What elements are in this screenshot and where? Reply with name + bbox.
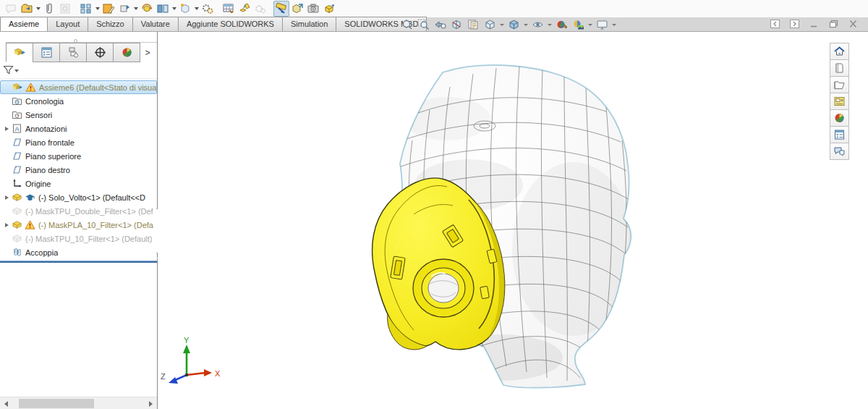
apply-scene-icon[interactable] (571, 18, 586, 31)
edit-appearance-icon[interactable] (554, 18, 569, 31)
display-style-caret[interactable] (523, 18, 529, 31)
mate-icon[interactable] (41, 1, 57, 17)
warning-icon (25, 82, 36, 93)
update-assembly-icon[interactable] (289, 1, 305, 17)
tab-schizzo[interactable]: Schizzo (88, 17, 133, 31)
tab-aggiunte-solidworks[interactable]: Aggiunte SOLIDWORKS (178, 17, 283, 31)
move-component-dropdown-caret[interactable] (132, 1, 139, 17)
scroll-left-arrow[interactable] (0, 397, 12, 409)
linear-component-pattern-icon[interactable] (78, 1, 94, 17)
tree-row-cronologia[interactable]: Cronologia (0, 94, 157, 108)
tab-layout[interactable]: Layout (47, 17, 88, 31)
feature-manager-tab[interactable] (6, 43, 33, 62)
close-button[interactable] (848, 19, 858, 28)
panel-tabs-overflow-arrow[interactable]: > (140, 43, 156, 62)
zoom-to-fit-icon[interactable] (399, 18, 414, 31)
tab-valutare[interactable]: Valutare (132, 17, 179, 31)
sensors-folder-icon (11, 109, 22, 121)
design-library-icon[interactable] (830, 59, 849, 77)
hide-show-components-icon[interactable] (177, 1, 193, 17)
collapse-pane-left-icon[interactable] (770, 19, 780, 28)
graphics-viewport[interactable]: Y X Z (158, 32, 868, 409)
plane-icon (11, 151, 22, 162)
view-orientation-caret[interactable] (499, 18, 505, 31)
display-style-icon[interactable] (506, 18, 522, 31)
view-settings-icon[interactable] (595, 18, 610, 31)
solidworks-forum-icon[interactable] (830, 143, 849, 160)
display-manager-tab[interactable] (113, 43, 140, 62)
hide-show-items-caret[interactable] (547, 18, 553, 31)
solidworks-window: Assieme Layout Schizzo Valutare Aggiunte… (0, 0, 868, 409)
3d-scene[interactable]: Y X Z (158, 32, 868, 409)
tree-row-solo-volto[interactable]: (-) Solo_Volto<1> (Default<<D (0, 190, 157, 204)
custom-properties-icon[interactable] (830, 126, 849, 143)
file-explorer-icon[interactable] (830, 76, 849, 93)
tree-row-annotazioni[interactable]: A Annotazioni (0, 122, 157, 135)
dimxpert-manager-tab[interactable] (86, 43, 114, 62)
tree-row-piano-destro[interactable]: Piano destro (0, 163, 157, 177)
linear-pattern-dropdown-caret[interactable] (94, 1, 101, 17)
tree-row-sensori[interactable]: Sensori (0, 108, 157, 122)
view-palette-icon[interactable] (830, 93, 849, 110)
bill-of-materials-icon[interactable] (221, 1, 237, 17)
restore-button[interactable] (828, 19, 838, 28)
tree-row-piano-frontale[interactable]: Piano frontale (0, 135, 157, 149)
exploded-view-icon[interactable] (237, 1, 252, 17)
isolate-icon[interactable] (321, 1, 337, 17)
tree-row-masktpu-10-filter[interactable]: (-) MaskTPU_10_Filter<1> (Default) (0, 232, 157, 245)
hide-show-items-icon[interactable] (530, 18, 545, 31)
property-manager-tab[interactable] (33, 43, 60, 62)
component-preview-window-icon[interactable] (57, 1, 73, 17)
filter-dropdown-caret[interactable] (14, 69, 19, 72)
previous-view-icon[interactable] (433, 18, 448, 31)
apply-scene-caret[interactable] (587, 18, 593, 31)
mates-icon (11, 247, 22, 258)
appearances-scenes-icon[interactable] (830, 109, 849, 127)
tree-row-assembly-root[interactable]: Assieme6 (Default<Stato di visualiz (0, 80, 157, 94)
insert-components-icon[interactable] (19, 1, 35, 17)
minimize-button[interactable] (809, 19, 819, 28)
rotate-component-icon[interactable] (139, 1, 155, 17)
take-snapshot-icon[interactable] (305, 1, 321, 17)
rollback-bar[interactable] (0, 261, 157, 263)
configuration-manager-tab[interactable] (59, 43, 87, 62)
svg-text:A: A (14, 125, 19, 132)
tree-row-masktpu-double-filter[interactable]: (-) MaskTPU_Double_Filter<1> (Def (0, 204, 157, 218)
home-icon[interactable] (830, 43, 849, 60)
feature-tree: Assieme6 (Default<Stato di visualiz Cron… (0, 80, 157, 263)
mask-filter-port (413, 259, 474, 317)
assembly-features-icon[interactable] (200, 1, 216, 17)
tree-row-accoppia[interactable]: Accoppia (0, 245, 157, 259)
mesh-body-icon (24, 192, 35, 203)
scroll-right-arrow[interactable] (145, 397, 157, 409)
move-component-icon[interactable] (116, 1, 132, 17)
view-settings-caret[interactable] (611, 18, 617, 31)
show-hidden-components-icon[interactable] (155, 1, 171, 17)
plane-icon (11, 137, 22, 148)
annotation-views-icon[interactable] (466, 18, 481, 31)
zoom-to-area-icon[interactable] (416, 18, 431, 31)
comment-icon[interactable] (3, 1, 19, 17)
tree-row-piano-superiore[interactable]: Piano superiore (0, 149, 157, 163)
section-view-icon[interactable] (449, 18, 464, 31)
insert-components-dropdown-caret[interactable] (35, 1, 41, 17)
collapse-pane-right-icon[interactable] (789, 19, 799, 28)
tree-row-maskpla-10-filter[interactable]: (-) MaskPLA_10_Filter<1> (Defa (0, 218, 157, 232)
tree-row-origine[interactable]: Origine (0, 177, 157, 190)
expander-arrow[interactable] (2, 223, 11, 227)
tab-simulation[interactable]: Simulation (282, 17, 336, 31)
tab-assieme[interactable]: Assieme (0, 17, 48, 31)
smart-fasteners-icon[interactable] (101, 1, 116, 17)
hide-show-dropdown-caret[interactable] (193, 1, 200, 17)
tree-horizontal-scrollbar[interactable] (0, 397, 157, 409)
manager-panel-tabs: > (6, 42, 157, 62)
scrollbar-thumb[interactable] (19, 399, 94, 408)
filter-funnel-icon[interactable] (3, 64, 14, 78)
explode-line-sketch-icon[interactable] (252, 1, 268, 17)
panel-splitter-dot[interactable] (74, 39, 77, 43)
show-hidden-dropdown-caret[interactable] (171, 1, 177, 17)
expander-arrow[interactable] (2, 195, 11, 200)
instant3d-icon[interactable] (273, 1, 289, 17)
expander-arrow[interactable] (2, 127, 11, 131)
view-orientation-icon[interactable] (482, 18, 498, 31)
